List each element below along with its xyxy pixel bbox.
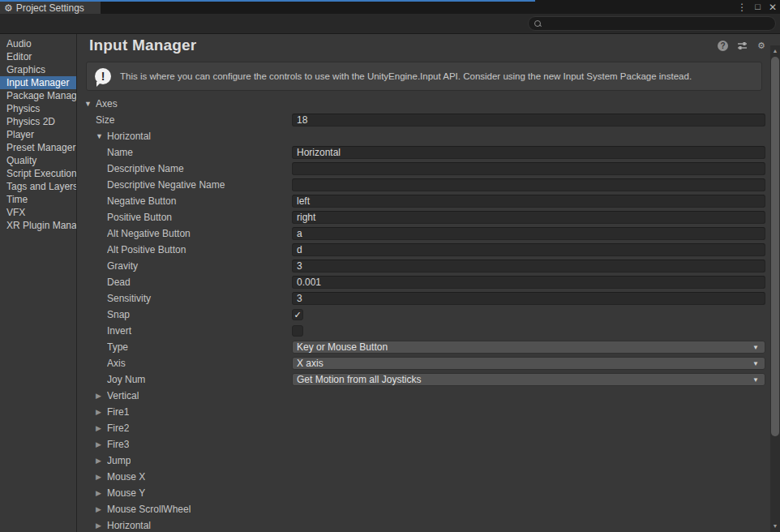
close-icon[interactable]: ✕ [769,2,777,12]
sidebar-item-audio[interactable]: Audio [0,37,76,50]
sidebar-item-physics[interactable]: Physics [0,102,76,115]
page-title: Input Manager [89,36,196,54]
sensitivity-field[interactable] [292,292,765,305]
foldout-triangle-icon[interactable]: ▼ [84,100,96,108]
presets-icon[interactable] [736,40,748,51]
sidebar-item-vfx[interactable]: VFX [0,206,76,219]
row-jump[interactable]: ▶Jump [78,453,770,469]
row-name: Name [78,144,770,161]
foldout-triangle-icon[interactable]: ▶ [96,392,107,400]
sidebar-item-preset-manager[interactable]: Preset Manager [0,141,76,154]
row-descriptive-name: Descriptive Name [78,161,770,177]
tab-project-settings[interactable]: ⚙ Project Settings [0,2,101,14]
field-label: Sensitivity [107,293,292,304]
vertical-scrollbar[interactable]: ▲ ▼ [770,45,780,532]
kebab-menu-icon[interactable]: ⋮ [737,2,747,12]
row-size: Size [78,112,770,128]
foldout-triangle-icon[interactable]: ▶ [96,440,107,448]
foldout-triangle-icon[interactable]: ▼ [96,132,107,140]
descriptive-negative-name-field[interactable] [292,178,765,191]
dropdown-value: Get Motion from all Joysticks [297,374,752,385]
sidebar-item-physics-2d[interactable]: Physics 2D [0,115,76,128]
content-header: Input Manager ? ⚙ [78,34,770,57]
row-fire1[interactable]: ▶Fire1 [78,404,770,420]
alt-negative-button-field[interactable] [292,227,765,240]
foldout-label: Fire1 [107,406,129,418]
joy-num-dropdown[interactable]: Get Motion from all Joysticks▼ [292,373,765,386]
size-field[interactable] [292,114,765,127]
foldout-triangle-icon[interactable]: ▶ [96,408,107,416]
name-field[interactable] [292,146,765,159]
foldout-label: Mouse X [107,471,145,483]
tab-title: Project Settings [16,2,84,14]
field-label: Dead [107,277,292,288]
row-mouse-y[interactable]: ▶Mouse Y [78,485,770,501]
dropdown-value: X axis [297,358,752,369]
field-label: Snap [107,309,292,320]
foldout-triangle-icon[interactable]: ▶ [96,505,107,513]
chevron-down-icon: ▼ [752,344,761,351]
sidebar-item-tags-and-layers[interactable]: Tags and Layers [0,180,76,193]
foldout-triangle-icon[interactable]: ▶ [96,521,107,530]
field-label: Negative Button [107,195,292,207]
type-dropdown[interactable]: Key or Mouse Button▼ [292,341,765,354]
field-label: Invert [107,325,292,337]
row-fire2[interactable]: ▶Fire2 [78,420,770,436]
row-descriptive-negative-name: Descriptive Negative Name [78,177,770,193]
scroll-down-icon[interactable]: ▼ [770,521,780,530]
gear-icon[interactable]: ⚙ [756,40,767,51]
foldout-label: Jump [107,455,131,466]
title-bar: ⚙ Project Settings ⋮ □ ✕ [0,0,780,14]
gravity-field[interactable] [292,260,765,272]
row-axes[interactable]: ▼Axes [78,96,770,112]
sidebar-item-graphics[interactable]: Graphics [0,63,76,76]
search-input[interactable] [545,19,770,28]
row-mouse-scrollwheel[interactable]: ▶Mouse ScrollWheel [78,501,770,517]
foldout-triangle-icon[interactable]: ▶ [96,489,107,497]
info-bubble-icon: ! [95,68,112,85]
scroll-up-icon[interactable]: ▲ [770,45,780,55]
row-horizontal[interactable]: ▼Horizontal [78,128,770,144]
foldout-triangle-icon[interactable]: ▶ [96,473,107,481]
chevron-down-icon: ▼ [752,376,761,384]
foldout-triangle-icon[interactable]: ▶ [96,457,107,465]
field-label: Alt Negative Button [107,228,292,239]
help-icon[interactable]: ? [718,41,728,51]
tree-rows: ▼AxesSize▼HorizontalNameDescriptive Name… [78,96,770,532]
row-horizontal[interactable]: ▶Horizontal [78,517,770,532]
row-axis: AxisX axis▼ [78,355,770,371]
snap-checkbox[interactable]: ✓ [292,309,303,320]
field-label: Descriptive Negative Name [107,179,292,191]
row-positive-button: Positive Button [78,209,770,225]
foldout-label: Horizontal [107,131,151,142]
row-vertical[interactable]: ▶Vertical [78,388,770,404]
sidebar-item-input-manager[interactable]: Input Manager [0,76,76,89]
positive-button-field[interactable] [292,211,765,224]
sidebar-item-time[interactable]: Time [0,193,76,206]
info-banner: ! This is where you can configure the co… [86,62,762,91]
sidebar-item-quality[interactable]: Quality [0,154,76,167]
settings-sidebar: AudioEditorGraphicsInput ManagerPackage … [0,34,77,532]
row-mouse-x[interactable]: ▶Mouse X [78,469,770,485]
sidebar-item-package-manager[interactable]: Package Manager [0,89,76,102]
row-fire3[interactable]: ▶Fire3 [78,436,770,453]
axis-dropdown[interactable]: X axis▼ [292,357,765,370]
sidebar-item-script-execution-order[interactable]: Script Execution Order [0,167,76,180]
row-alt-positive-button: Alt Positive Button [78,242,770,258]
invert-checkbox[interactable] [292,325,303,337]
descriptive-name-field[interactable] [292,162,765,175]
maximize-icon[interactable]: □ [755,2,761,11]
dead-field[interactable] [292,276,765,289]
alt-positive-button-field[interactable] [292,243,765,256]
dropdown-value: Key or Mouse Button [297,341,752,353]
sidebar-item-xr-plugin-management[interactable]: XR Plugin Management [0,219,76,232]
sidebar-item-editor[interactable]: Editor [0,50,76,63]
field-label: Name [107,147,292,158]
sidebar-item-player[interactable]: Player [0,128,76,141]
scrollbar-thumb[interactable] [771,57,779,436]
search-box[interactable] [528,16,776,31]
foldout-label: Fire3 [107,439,129,450]
negative-button-field[interactable] [292,195,765,208]
info-banner-text: This is where you can configure the cont… [120,71,692,81]
foldout-triangle-icon[interactable]: ▶ [96,424,107,432]
